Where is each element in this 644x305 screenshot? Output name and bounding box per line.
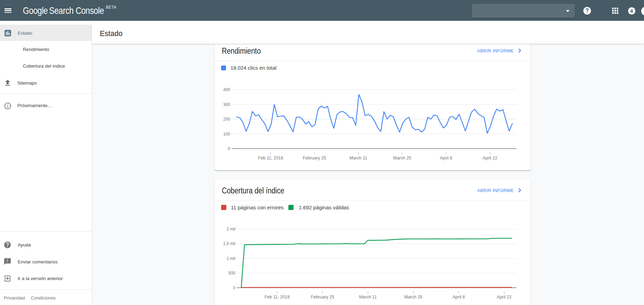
svg-text:March 25: March 25 [404, 295, 422, 299]
svg-text:April 8: April 8 [453, 295, 465, 299]
svg-text:300: 300 [223, 102, 230, 107]
svg-text:0: 0 [233, 286, 235, 290]
svg-text:1,5 mil: 1,5 mil [223, 241, 235, 246]
svg-text:February 25: February 25 [311, 295, 334, 299]
svg-text:April 22: April 22 [482, 156, 497, 160]
svg-text:200: 200 [223, 117, 230, 122]
svg-text:April 8: April 8 [440, 156, 452, 160]
svg-text:March 11: March 11 [349, 156, 367, 160]
svg-text:400: 400 [223, 87, 230, 92]
svg-text:March 11: March 11 [359, 295, 377, 299]
svg-text:0: 0 [228, 146, 230, 151]
svg-text:Feb 11, 2018: Feb 11, 2018 [258, 156, 283, 160]
svg-text:100: 100 [223, 132, 230, 137]
svg-text:1 mil: 1 mil [227, 256, 235, 261]
svg-text:March 25: March 25 [393, 156, 411, 160]
svg-text:February 25: February 25 [303, 156, 326, 160]
svg-text:2 mil: 2 mil [227, 227, 235, 232]
svg-text:Feb 11, 2018: Feb 11, 2018 [264, 295, 290, 299]
svg-text:April 22: April 22 [497, 295, 511, 299]
svg-text:500: 500 [228, 271, 235, 276]
